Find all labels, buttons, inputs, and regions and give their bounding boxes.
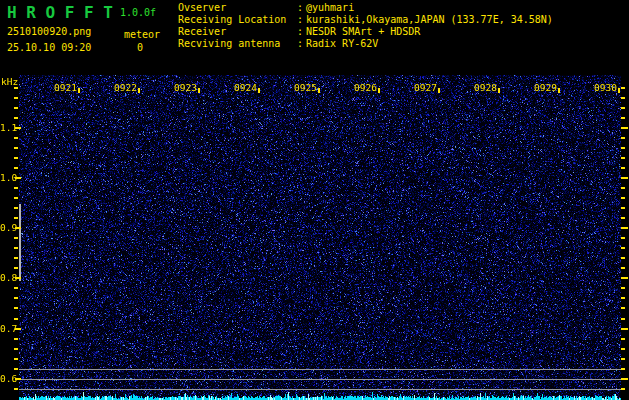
freq-minor-tick-right <box>621 167 625 169</box>
freq-minor-tick-left <box>14 247 18 249</box>
freq-minor-tick-right <box>621 207 625 209</box>
freq-major-tick-right <box>621 328 628 330</box>
freq-minor-tick-right <box>621 187 625 189</box>
separator: : <box>297 2 306 14</box>
freq-major-tick-right <box>621 177 628 179</box>
freq-label: 0.6 <box>0 373 15 384</box>
freq-minor-tick-right <box>621 107 625 109</box>
freq-minor-tick-right <box>621 358 625 360</box>
freq-minor-tick-left <box>14 297 18 299</box>
separator: : <box>297 26 306 38</box>
freq-minor-tick-right <box>621 267 625 269</box>
app-title: H R O F F T <box>7 3 113 22</box>
freq-major-tick-right <box>621 378 628 380</box>
freq-major-tick-right <box>621 227 628 229</box>
freq-minor-tick-left <box>14 197 18 199</box>
freq-minor-tick-left <box>14 97 18 99</box>
output-filename: 2510100920.png <box>7 26 91 37</box>
freq-minor-tick-right <box>621 147 625 149</box>
meteor-count-value: 0 <box>137 42 143 53</box>
freq-minor-tick-right <box>621 117 625 119</box>
freq-minor-tick-left <box>14 338 18 340</box>
freq-minor-tick-right <box>621 257 625 259</box>
freq-minor-tick-right <box>621 247 625 249</box>
freq-minor-tick-right <box>621 217 625 219</box>
freq-minor-tick-left <box>14 348 18 350</box>
freq-minor-tick-right <box>621 368 625 370</box>
freq-minor-tick-right <box>621 338 625 340</box>
freq-minor-tick-left <box>14 207 18 209</box>
freq-minor-tick-left <box>14 157 18 159</box>
spectrogram-canvas <box>19 75 621 400</box>
observer-row: Ovserver:@yuhmari <box>178 2 553 14</box>
observer-value: @yuhmari <box>306 2 354 14</box>
freq-minor-tick-right <box>621 307 625 309</box>
freq-minor-tick-left <box>14 257 18 259</box>
location-row: Receiving Location:kurashiki,Okayama,JAP… <box>178 14 553 26</box>
freq-minor-tick-right <box>621 197 625 199</box>
location-label: Receiving Location <box>178 14 297 26</box>
freq-minor-tick-left <box>14 237 18 239</box>
freq-major-tick-right <box>621 127 628 129</box>
freq-label: 1.0 <box>0 172 15 183</box>
freq-minor-tick-left <box>14 358 18 360</box>
freq-minor-tick-right <box>621 87 625 89</box>
observer-label: Ovserver <box>178 2 297 14</box>
freq-label: 1.1 <box>0 122 15 133</box>
freq-minor-tick-right <box>621 237 625 239</box>
freq-minor-tick-right <box>621 157 625 159</box>
receiver-row: Receiver:NESDR SMArt + HDSDR <box>178 26 553 38</box>
separator: : <box>297 38 306 50</box>
freq-minor-tick-right <box>621 137 625 139</box>
freq-minor-tick-left <box>14 368 18 370</box>
freq-label: 0.9 <box>0 222 15 233</box>
receiver-label: Receiver <box>178 26 297 38</box>
freq-minor-tick-left <box>14 147 18 149</box>
freq-minor-tick-right <box>621 297 625 299</box>
freq-minor-tick-left <box>14 287 18 289</box>
freq-minor-tick-left <box>14 87 18 89</box>
freq-minor-tick-left <box>14 167 18 169</box>
freq-minor-tick-right <box>621 388 625 390</box>
meteor-count-label: meteor <box>124 29 160 40</box>
freq-minor-tick-left <box>14 107 18 109</box>
freq-minor-tick-left <box>14 217 18 219</box>
antenna-row: Recviving antenna:Radix RY-62V <box>178 38 553 50</box>
freq-minor-tick-right <box>621 318 625 320</box>
app-version: 1.0.0f <box>120 7 156 18</box>
antenna-value: Radix RY-62V <box>306 38 378 50</box>
freq-minor-tick-left <box>14 187 18 189</box>
freq-minor-tick-right <box>621 97 625 99</box>
freq-minor-tick-right <box>621 348 625 350</box>
freq-minor-tick-right <box>621 287 625 289</box>
freq-minor-tick-left <box>14 318 18 320</box>
receiver-value: NESDR SMArt + HDSDR <box>306 26 420 38</box>
freq-minor-tick-left <box>14 137 18 139</box>
location-value: kurashiki,Okayama,JAPAN (133.77E, 34.58N… <box>306 14 553 26</box>
freq-minor-tick-left <box>14 388 18 390</box>
frequency-unit-label: kHz <box>1 76 18 87</box>
freq-major-tick-right <box>621 277 628 279</box>
observer-info-block: Ovserver:@yuhmari Receiving Location:kur… <box>178 2 553 50</box>
antenna-label: Recviving antenna <box>178 38 297 50</box>
freq-minor-tick-left <box>14 307 18 309</box>
freq-label: 0.7 <box>0 323 15 334</box>
freq-minor-tick-left <box>14 267 18 269</box>
freq-label: 0.8 <box>0 272 15 283</box>
hrofft-screen: H R O F F T 1.0.0f 2510100920.png 25.10.… <box>0 0 629 400</box>
freq-minor-tick-left <box>14 117 18 119</box>
timestamp: 25.10.10 09:20 <box>7 42 91 53</box>
separator: : <box>297 14 306 26</box>
